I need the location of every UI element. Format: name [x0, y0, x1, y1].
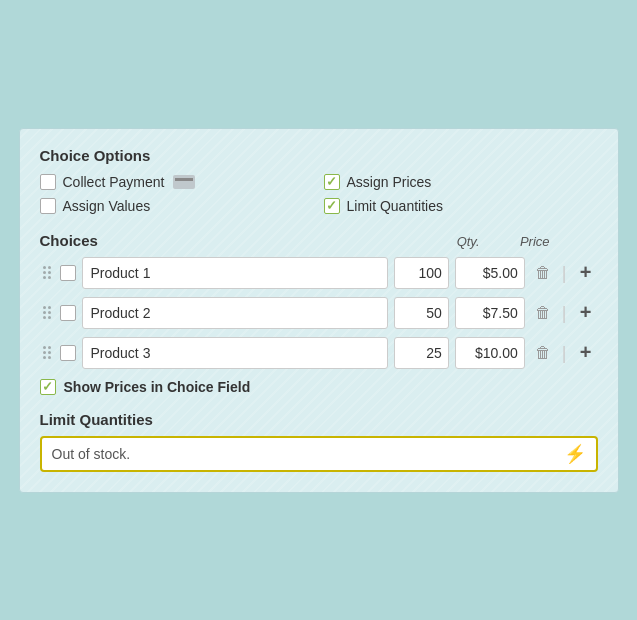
choice-1-delete-button[interactable]: 🗑: [531, 261, 555, 285]
drag-handle-3[interactable]: [40, 344, 54, 361]
choice-3-delete-button[interactable]: 🗑: [531, 341, 555, 365]
choice-1-qty-input[interactable]: [394, 257, 449, 289]
choice-2-name-input[interactable]: [82, 297, 388, 329]
choice-options-title: Choice Options: [40, 147, 598, 164]
col-price-label: Price: [480, 234, 550, 249]
collect-payment-label: Collect Payment: [63, 174, 165, 190]
choice-3-checkbox[interactable]: [60, 345, 76, 361]
option-assign-values: Assign Values: [40, 198, 314, 214]
choice-3-add-button[interactable]: +: [574, 341, 598, 365]
choice-1-price-input[interactable]: [455, 257, 525, 289]
show-prices-checkbox[interactable]: [40, 379, 56, 395]
divider-1: |: [562, 264, 567, 282]
choices-title: Choices: [40, 232, 98, 249]
choices-col-headers: Qty. Price: [420, 234, 598, 249]
choice-1-add-button[interactable]: +: [574, 261, 598, 285]
divider-2: |: [562, 304, 567, 322]
collect-payment-checkbox[interactable]: [40, 174, 56, 190]
choice-3-qty-input[interactable]: [394, 337, 449, 369]
assign-values-label: Assign Values: [63, 198, 151, 214]
credit-card-icon: [173, 175, 195, 189]
choice-2-price-input[interactable]: [455, 297, 525, 329]
limit-quantities-input[interactable]: [42, 438, 596, 470]
choice-3-name-input[interactable]: [82, 337, 388, 369]
option-collect-payment: Collect Payment: [40, 174, 314, 190]
show-prices-row: Show Prices in Choice Field: [40, 379, 598, 395]
choice-row-2: 🗑 | +: [40, 297, 598, 329]
choice-3-price-input[interactable]: [455, 337, 525, 369]
choice-2-delete-button[interactable]: 🗑: [531, 301, 555, 325]
choice-row-3: 🗑 | +: [40, 337, 598, 369]
options-grid: Collect Payment Assign Prices Assign Val…: [40, 174, 598, 214]
choices-header: Choices Qty. Price: [40, 232, 598, 249]
limit-quantities-label: Limit Quantities: [347, 198, 443, 214]
limit-quantities-checkbox[interactable]: [324, 198, 340, 214]
assign-values-checkbox[interactable]: [40, 198, 56, 214]
choice-row-1: 🗑 | +: [40, 257, 598, 289]
drag-handle-1[interactable]: [40, 264, 54, 281]
choice-2-checkbox[interactable]: [60, 305, 76, 321]
assign-prices-checkbox[interactable]: [324, 174, 340, 190]
choice-1-checkbox[interactable]: [60, 265, 76, 281]
choice-1-name-input[interactable]: [82, 257, 388, 289]
show-prices-label: Show Prices in Choice Field: [64, 379, 251, 395]
option-limit-quantities: Limit Quantities: [324, 198, 598, 214]
divider-3: |: [562, 344, 567, 362]
choice-2-add-button[interactable]: +: [574, 301, 598, 325]
drag-handle-2[interactable]: [40, 304, 54, 321]
choice-2-qty-input[interactable]: [394, 297, 449, 329]
assign-prices-label: Assign Prices: [347, 174, 432, 190]
col-qty-label: Qty.: [420, 234, 480, 249]
choice-options-panel: Choice Options Collect Payment Assign Pr…: [19, 128, 619, 493]
option-assign-prices: Assign Prices: [324, 174, 598, 190]
limit-input-wrap: ⚡: [40, 436, 598, 472]
limit-quantities-section-title: Limit Quantities: [40, 411, 598, 428]
